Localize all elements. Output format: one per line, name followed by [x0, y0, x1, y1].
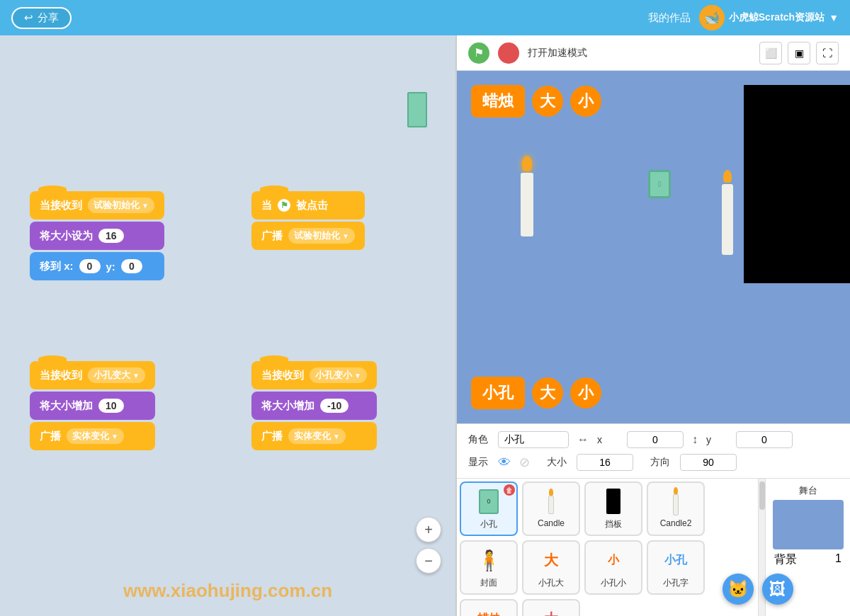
- zoom-controls: + −: [416, 517, 441, 574]
- block-broadcast-change-4[interactable]: 广播 实体变化: [251, 422, 377, 450]
- sprite-item-fengmian[interactable]: 🧍 封面: [460, 540, 518, 595]
- sprite-thumb-fengmian: 🧍: [471, 546, 506, 574]
- bg-count: 1: [835, 552, 842, 567]
- block-broadcast-change-3[interactable]: 广播 实体变化: [30, 422, 155, 450]
- stage-ui-top: 蜡烛 大 小: [471, 85, 601, 118]
- y-value-input[interactable]: [736, 431, 793, 448]
- share-icon: ↩: [24, 11, 33, 24]
- y-arrow-icon: ↕: [692, 433, 698, 446]
- sprite-item-xiaokong[interactable]: 🗑 0 小孔: [460, 481, 518, 536]
- change-size-input-10[interactable]: 10: [98, 399, 124, 413]
- size-label: 大小: [547, 456, 568, 469]
- my-works-link[interactable]: 我的作品: [648, 11, 691, 25]
- direction-value-input[interactable]: [680, 454, 737, 471]
- entity-change-dropdown-3[interactable]: 实体变化: [67, 428, 124, 444]
- entity-change-dropdown-4[interactable]: 实体变化: [288, 428, 346, 444]
- block-receive-small[interactable]: 当接收到 小孔变小: [251, 361, 377, 389]
- code-panel-inner: 当接收到 试验初始化 将大小设为 16 移到 x: 0 y: 0: [0, 35, 455, 616]
- sprite-item-xiaokongzi[interactable]: 小孔 小孔字: [647, 540, 705, 595]
- share-button[interactable]: ↩ 分享: [11, 7, 72, 29]
- x-input[interactable]: 0: [79, 259, 101, 273]
- role-name-input[interactable]: [498, 431, 569, 448]
- bg-count-row: 背景 1: [771, 552, 844, 567]
- zoom-in-button[interactable]: +: [416, 517, 441, 542]
- sprite-item-lazhu[interactable]: 蜡烛 蜡烛: [460, 599, 518, 616]
- change-size-input-neg10[interactable]: -10: [320, 399, 348, 413]
- block-change-size-neg10[interactable]: 将大小增加 -10: [251, 392, 377, 420]
- size-input[interactable]: 16: [98, 229, 124, 243]
- sprite-item-candle[interactable]: Candle: [522, 481, 580, 536]
- sprite-thumb-dangban: [596, 487, 631, 515]
- block-set-size[interactable]: 将大小设为 16: [30, 222, 164, 250]
- props-row-display: 显示 👁 ⊘ 大小 方向: [468, 454, 839, 471]
- green-flag-button[interactable]: [468, 42, 489, 64]
- y-label: y: [706, 434, 727, 445]
- main-layout: 当接收到 试验初始化 将大小设为 16 移到 x: 0 y: 0: [0, 35, 850, 616]
- stop-button[interactable]: [498, 42, 519, 64]
- add-sprite-button[interactable]: 🐱: [722, 574, 754, 605]
- small-hole-big-button[interactable]: 大: [532, 377, 563, 409]
- sprite-item-xiaokongxiao[interactable]: 小 小孔小: [584, 540, 642, 595]
- sprite-thumb-xiaokongzi: 小孔: [658, 546, 693, 574]
- x-label: x: [597, 434, 618, 445]
- sprite-item-dangban[interactable]: 挡板: [584, 481, 642, 536]
- door-thumb: [606, 489, 620, 514]
- block-change-size-10[interactable]: 将大小增加 10: [30, 392, 155, 420]
- stage-label: 舞台: [799, 484, 817, 497]
- block-group-2: 当 ⚑ 被点击 广播 试验初始化: [251, 191, 365, 250]
- small-stage-button[interactable]: ⬜: [759, 42, 782, 64]
- sprites-grid: 🗑 0 小孔 Candle: [457, 479, 758, 616]
- bg-label: 背景: [774, 552, 797, 567]
- block-move[interactable]: 移到 x: 0 y: 0: [30, 252, 164, 280]
- candle-small-button[interactable]: 小: [570, 86, 601, 117]
- code-panel: 当接收到 试验初始化 将大小设为 16 移到 x: 0 y: 0: [0, 35, 457, 616]
- small-dropdown[interactable]: 小孔变小: [310, 367, 367, 383]
- sprite-thumb-candle: [533, 487, 569, 515]
- sprite-name-xiaokong: 小孔: [480, 518, 497, 530]
- size-value-input[interactable]: [577, 454, 633, 471]
- show-eye-icon[interactable]: 👁: [498, 455, 511, 470]
- x-value-input[interactable]: [627, 431, 684, 448]
- ci-body: [548, 496, 554, 514]
- candle2-body: [722, 184, 733, 255]
- block-group-4: 当接收到 小孔变小 将大小增加 -10 广播 实体变化: [251, 361, 377, 450]
- sprite-item-xiaokongda[interactable]: 大 小孔大: [522, 540, 580, 595]
- hide-eye-icon[interactable]: ⊘: [519, 455, 530, 470]
- sprite-name-xiaokongzi: 小孔字: [663, 577, 688, 589]
- medium-stage-button[interactable]: ▣: [788, 42, 810, 64]
- sprite-thumb-lazhu: 蜡烛: [471, 605, 506, 616]
- block-receive-init[interactable]: 当接收到 试验初始化: [30, 191, 164, 219]
- sprite-item-candle2[interactable]: Candle2: [647, 481, 705, 536]
- blocks-stack-4: 当接收到 小孔变小 将大小增加 -10 广播 实体变化: [251, 361, 377, 450]
- zoom-out-button[interactable]: −: [416, 548, 441, 574]
- sprite-item-lazhuda[interactable]: 大 蜡烛大: [522, 599, 580, 616]
- card-label: 0: [657, 181, 662, 188]
- fullscreen-button[interactable]: ⛶: [816, 42, 839, 64]
- add-background-button[interactable]: 🖼: [762, 574, 793, 605]
- ci-flame: [549, 489, 553, 496]
- candle-big-button[interactable]: 大: [532, 86, 563, 117]
- dropdown-arrow-icon: ▼: [829, 12, 839, 23]
- flag-icon: ⚑: [278, 199, 290, 212]
- props-row-name: 角色 ↔ x ↕ y: [468, 431, 839, 448]
- y-input[interactable]: 0: [121, 259, 142, 273]
- small-hole-small-button[interactable]: 小: [570, 377, 601, 409]
- block-broadcast-init[interactable]: 广播 试验初始化: [251, 222, 365, 250]
- block-flag-click[interactable]: 当 ⚑ 被点击: [251, 191, 365, 219]
- big-dropdown[interactable]: 小孔变大: [88, 367, 145, 383]
- small-hole-label-button[interactable]: 小孔: [471, 377, 525, 409]
- sprite-delete-xiaokong[interactable]: 🗑: [504, 484, 515, 496]
- c2i-flame: [674, 487, 678, 494]
- card-thumb: 0: [479, 489, 499, 514]
- sprite-name-xiaokongda: 小孔大: [538, 577, 564, 589]
- candle-label-button[interactable]: 蜡烛: [471, 85, 525, 118]
- init-dropdown[interactable]: 试验初始化: [88, 198, 154, 213]
- candle-flame: [522, 156, 532, 171]
- candle2-flame: [723, 170, 732, 183]
- door-sprite-decoration: [407, 92, 427, 127]
- right-panel: 打开加速模式 ⬜ ▣ ⛶ 蜡烛 大 小 0: [457, 35, 850, 616]
- broadcast-init-dropdown[interactable]: 试验初始化: [288, 228, 355, 244]
- stage-thumbnail[interactable]: [773, 500, 844, 549]
- block-receive-big[interactable]: 当接收到 小孔变大: [30, 361, 155, 389]
- candle-text-thumb: 蜡烛: [477, 612, 500, 617]
